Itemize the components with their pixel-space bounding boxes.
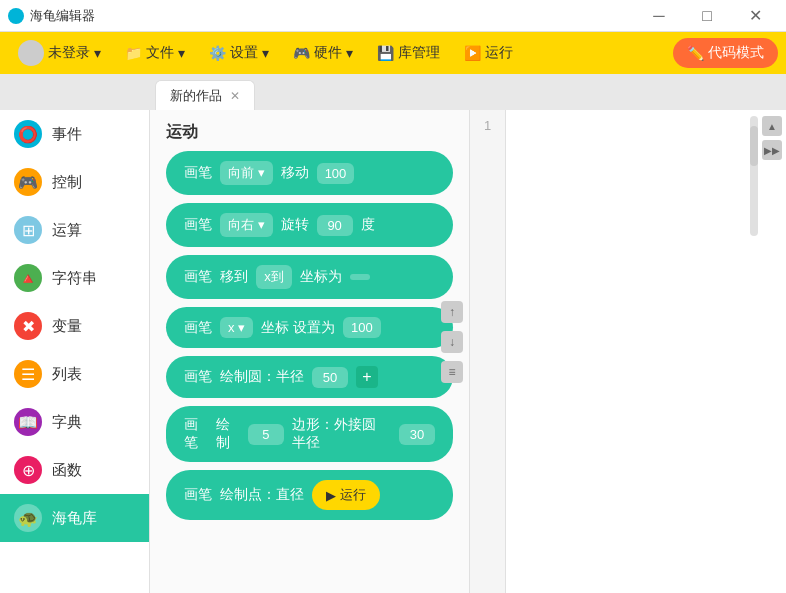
sidebar-item-dict[interactable]: 📖 字典 [0, 398, 149, 446]
block-set-x[interactable]: 画笔 x ▾ 坐标 设置为 100 [166, 307, 453, 348]
sidebar-item-control[interactable]: 🎮 控制 [0, 158, 149, 206]
variable-icon: ✖ [14, 312, 42, 340]
sidebar-label-string: 字符串 [52, 269, 97, 288]
scrollbar-track [750, 116, 758, 236]
block-polygon-label1: 绘制 [216, 416, 240, 452]
turtle-icon: 🐢 [14, 504, 42, 532]
block-coord-value[interactable] [350, 274, 370, 280]
block-draw-dot[interactable]: 画笔 绘制点：直径 ▶ 运行 [166, 470, 453, 520]
code-area: 1 ▲ ▶▶ [470, 110, 786, 593]
block-move-label: 移动 [281, 164, 309, 182]
code-content[interactable] [506, 110, 786, 593]
scroll-up-arrow[interactable]: ↑ [441, 301, 463, 323]
block-rotate-direction-dropdown[interactable]: 向右 ▾ [220, 213, 273, 237]
block-pen7: 画笔 [184, 486, 212, 504]
code-mode-label: 代码模式 [708, 44, 764, 62]
library-icon: 💾 [377, 45, 394, 61]
title-left: 海龟编辑器 [8, 7, 95, 25]
settings-icon: ⚙️ [209, 45, 226, 61]
event-icon: ⭕ [14, 120, 42, 148]
title-controls: ─ □ ✕ [636, 0, 778, 32]
user-menu[interactable]: 未登录 ▾ [8, 36, 111, 70]
tab-bar: 新的作品 ✕ [0, 74, 786, 110]
block-draw-circle[interactable]: 画笔 绘制圆：半径 50 + [166, 356, 453, 398]
block-pen: 画笔 [184, 164, 212, 182]
title-bar: 海龟编辑器 ─ □ ✕ [0, 0, 786, 32]
sidebar-item-turtle[interactable]: 🐢 海龟库 [0, 494, 149, 542]
block-rotate[interactable]: 画笔 向右 ▾ 旋转 90 度 [166, 203, 453, 247]
library-menu[interactable]: 💾 库管理 [367, 40, 450, 66]
hardware-label: 硬件 [314, 44, 342, 62]
blocks-list: 画笔 向前 ▾ 移动 100 画笔 向右 ▾ 旋转 90 度 画笔 移到 [150, 151, 469, 532]
code-nav-forward[interactable]: ▶▶ [762, 140, 782, 160]
hardware-menu[interactable]: 🎮 硬件 ▾ [283, 40, 363, 66]
block-draw-polygon[interactable]: 画笔 绘制 5 边形：外接圆 半径 30 [166, 406, 453, 462]
sidebar-label-variable: 变量 [52, 317, 82, 336]
block-pen5: 画笔 [184, 368, 212, 386]
sidebar-label-func: 函数 [52, 461, 82, 480]
block-direction-dropdown[interactable]: 向前 ▾ [220, 161, 273, 185]
sidebar-label-event: 事件 [52, 125, 82, 144]
sidebar-item-string[interactable]: 🔺 字符串 [0, 254, 149, 302]
sidebar-label-math: 运算 [52, 221, 82, 240]
code-mode-button[interactable]: ✏️ 代码模式 [673, 38, 778, 68]
sidebar-item-list[interactable]: ☰ 列表 [0, 350, 149, 398]
sidebar-item-event[interactable]: ⭕ 事件 [0, 110, 149, 158]
file-icon: 📁 [125, 45, 142, 61]
code-nav-up[interactable]: ▲ [762, 116, 782, 136]
block-polygon-radius[interactable]: 30 [399, 424, 435, 445]
align-icon[interactable]: ≡ [441, 361, 463, 383]
block-move-forward[interactable]: 画笔 向前 ▾ 移动 100 [166, 151, 453, 195]
settings-label: 设置 [230, 44, 258, 62]
block-move-to[interactable]: 画笔 移到 x到 坐标为 [166, 255, 453, 299]
file-dropdown-icon: ▾ [178, 45, 185, 61]
block-rotate-value[interactable]: 90 [317, 215, 353, 236]
block-polygon-sides[interactable]: 5 [248, 424, 284, 445]
library-label: 库管理 [398, 44, 440, 62]
main-layout: ⭕ 事件 🎮 控制 ⊞ 运算 🔺 字符串 ✖ 变量 ☰ 列表 📖 字典 ⊕ [0, 110, 786, 593]
maximize-button[interactable]: □ [684, 0, 730, 32]
code-mode-icon: ✏️ [687, 45, 704, 61]
block-circle-radius[interactable]: 50 [312, 367, 348, 388]
line-numbers: 1 [470, 110, 506, 593]
hardware-dropdown-icon: ▾ [346, 45, 353, 61]
file-menu[interactable]: 📁 文件 ▾ [115, 40, 195, 66]
math-icon: ⊞ [14, 216, 42, 244]
app-icon [8, 8, 24, 24]
run-icon: ▶️ [464, 45, 481, 61]
sidebar-item-variable[interactable]: ✖ 变量 [0, 302, 149, 350]
scrollbar-thumb[interactable] [750, 126, 758, 166]
hardware-icon: 🎮 [293, 45, 310, 61]
block-circle-plus[interactable]: + [356, 366, 378, 388]
block-pen4: 画笔 [184, 319, 212, 337]
block-x-input[interactable]: x到 [256, 265, 292, 289]
run-label: 运行 [340, 486, 366, 504]
block-x-dropdown[interactable]: x ▾ [220, 317, 253, 338]
settings-menu[interactable]: ⚙️ 设置 ▾ [199, 40, 279, 66]
block-coord-label: 坐标为 [300, 268, 342, 286]
app-title: 海龟编辑器 [30, 7, 95, 25]
sidebar-label-list: 列表 [52, 365, 82, 384]
block-x-value[interactable]: 100 [343, 317, 381, 338]
scroll-down-arrow[interactable]: ↓ [441, 331, 463, 353]
sidebar: ⭕ 事件 🎮 控制 ⊞ 运算 🔺 字符串 ✖ 变量 ☰ 列表 📖 字典 ⊕ [0, 110, 150, 593]
run-menu[interactable]: ▶️ 运行 [454, 40, 523, 66]
minimize-button[interactable]: ─ [636, 0, 682, 32]
run-button[interactable]: ▶ 运行 [312, 480, 380, 510]
tab-label: 新的作品 [170, 87, 222, 105]
control-icon: 🎮 [14, 168, 42, 196]
tab-close-icon[interactable]: ✕ [230, 89, 240, 103]
block-move-value[interactable]: 100 [317, 163, 355, 184]
user-label: 未登录 [48, 44, 90, 62]
sidebar-label-turtle: 海龟库 [52, 509, 97, 528]
tab-new-work[interactable]: 新的作品 ✕ [155, 80, 255, 110]
run-label: 运行 [485, 44, 513, 62]
sidebar-label-control: 控制 [52, 173, 82, 192]
block-polygon-label2: 边形：外接圆 半径 [292, 416, 391, 452]
block-pen3: 画笔 [184, 268, 212, 286]
sidebar-item-func[interactable]: ⊕ 函数 [0, 446, 149, 494]
settings-dropdown-icon: ▾ [262, 45, 269, 61]
sidebar-item-math[interactable]: ⊞ 运算 [0, 206, 149, 254]
close-button[interactable]: ✕ [732, 0, 778, 32]
block-area: 运动 画笔 向前 ▾ 移动 100 画笔 向右 ▾ 旋转 90 度 [150, 110, 470, 593]
